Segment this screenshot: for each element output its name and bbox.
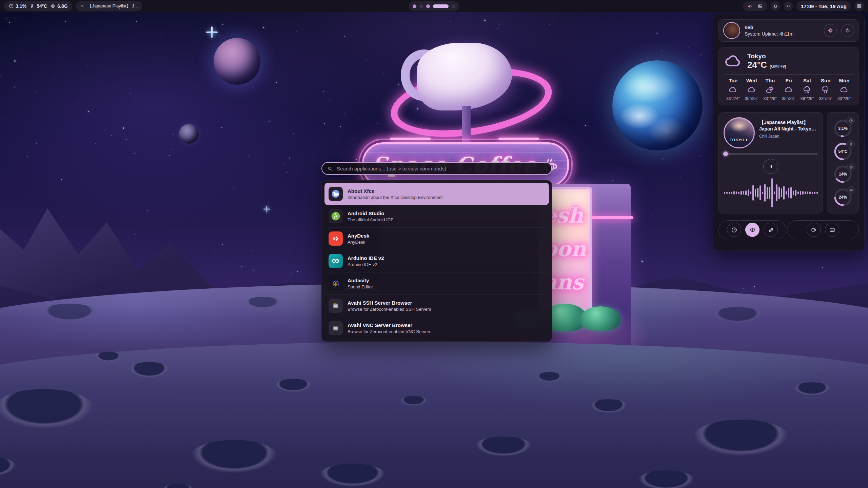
album-art[interactable]: TOKYO L <box>724 117 755 148</box>
search-bar[interactable] <box>321 162 552 175</box>
capture-group <box>787 220 859 239</box>
album-art-text: TOKYO L <box>725 138 754 142</box>
settings-button[interactable] <box>824 24 837 37</box>
app-title: Android Studio <box>348 210 394 216</box>
bell-icon <box>773 3 778 9</box>
player-progress-bar[interactable] <box>724 153 818 155</box>
app-item-android-studio[interactable]: Android Studio The official Android IDE <box>324 205 549 227</box>
speedometer-icon <box>849 119 853 123</box>
notifications-button[interactable] <box>771 1 780 11</box>
performance-mode-button[interactable] <box>727 223 741 237</box>
track-artist: Chill Japan. <box>759 134 818 139</box>
workspace-dot-active[interactable] <box>433 4 449 8</box>
star-sparkle <box>206 26 218 38</box>
system-gauges-card: 3.1% 54°C 14% 24% <box>827 112 859 214</box>
dashboard-panel: seb System Uptime: 4h11m Tokyo 24°C (GMT… <box>713 14 865 251</box>
app-title: Arduino IDE v2 <box>348 255 384 261</box>
crater <box>41 304 98 322</box>
network-port-icon <box>329 299 343 313</box>
now-playing-pill[interactable]: 【Japanese Playlist】 J... <box>76 1 142 11</box>
workspace-dot-occupied[interactable] <box>426 4 430 8</box>
system-uptime: System Uptime: 4h11m <box>745 31 820 37</box>
crater <box>95 352 122 362</box>
app-description: Browse for Zeroconf-enabled VNC Servers <box>348 329 431 334</box>
crater <box>163 484 193 488</box>
pause-icon <box>80 4 85 8</box>
speedometer-icon <box>8 3 14 9</box>
disk-icon <box>849 188 853 192</box>
user-name: seb <box>745 24 820 30</box>
app-list: About Xfce Information about the Xfce De… <box>321 180 552 342</box>
workspace-pill[interactable] <box>409 1 459 11</box>
app-title: About Xfce <box>348 188 442 194</box>
volume-button[interactable] <box>784 1 793 11</box>
workspace-dot-empty[interactable] <box>452 4 455 8</box>
weather-city: Tokyo <box>747 53 786 60</box>
system-tray[interactable] <box>743 1 767 11</box>
overview-button[interactable] <box>854 1 864 11</box>
track-title: 【Japanese Playlist】 Japan All Night - To… <box>759 119 818 132</box>
lunar-ground-front <box>0 342 868 488</box>
avatar[interactable] <box>723 22 740 39</box>
tray-wallpaper-icon[interactable] <box>757 3 763 9</box>
player-progress-thumb[interactable] <box>723 151 728 156</box>
desktop: Space Coffee esh oon ans 3.1% <box>0 0 868 488</box>
network-port-icon <box>329 321 343 335</box>
xfce-mouse-icon <box>329 187 343 201</box>
forecast-day: Sat 36°/26° <box>798 78 816 101</box>
app-item-avahi-ssh[interactable]: Avahi SSH Server Browser Browse for Zero… <box>324 294 549 317</box>
screenshot-button[interactable] <box>825 223 839 237</box>
pause-button[interactable] <box>763 159 778 174</box>
crater <box>712 307 763 323</box>
app-item-anydesk[interactable]: AnyDesk AnyDesk <box>324 227 549 250</box>
crater <box>692 420 790 457</box>
forecast-day: Fri 35°/26° <box>780 78 797 101</box>
screen-icon <box>829 227 835 233</box>
clock-pill[interactable]: 17:09 - Tue, 19 Aug <box>796 1 851 11</box>
app-item-avahi-vnc[interactable]: Avahi VNC Server Browser Browse for Zero… <box>324 317 549 339</box>
speedometer-icon <box>731 227 737 233</box>
search-icon <box>327 166 333 171</box>
weather-temp: 24°C <box>747 60 767 70</box>
power-button[interactable] <box>841 24 854 37</box>
crater <box>793 382 831 396</box>
app-item-audacity[interactable]: Audacity Sound Editor <box>324 272 549 294</box>
app-item-about-xfce[interactable]: About Xfce Information about the Xfce De… <box>324 183 549 205</box>
app-item-arduino-ide[interactable]: Arduino IDE v2 Arduino IDE v2 <box>324 250 549 272</box>
app-title: Avahi VNC Server Browser <box>348 322 431 328</box>
crater <box>475 436 532 457</box>
crater <box>319 464 387 487</box>
workspace-dot-occupied[interactable] <box>413 4 416 8</box>
arduino-icon <box>329 254 343 268</box>
thermometer-icon <box>29 3 35 9</box>
balanced-mode-button[interactable] <box>745 223 760 237</box>
power-icon <box>845 27 851 34</box>
media-player-card: TOKYO L 【Japanese Playlist】 Japan All Ni… <box>718 112 823 214</box>
crater <box>190 440 278 474</box>
power-saver-mode-button[interactable] <box>764 223 778 237</box>
app-description: Sound Editor <box>348 284 373 289</box>
disk-gauge: 24% <box>833 187 853 207</box>
search-input[interactable] <box>336 165 546 172</box>
purple-planet <box>214 38 260 85</box>
screen-record-button[interactable] <box>807 223 821 237</box>
crater <box>0 389 95 430</box>
system-stats-pill[interactable]: 3.1% 54°C 6.8G <box>4 1 72 11</box>
crater <box>536 372 563 382</box>
speaker-icon <box>786 3 791 9</box>
divider <box>724 74 853 75</box>
gear-icon <box>827 27 833 34</box>
crater <box>400 396 427 406</box>
forecast-row: Tue 33°/24° Wed 35°/25° Thu 33°/26° Fri <box>724 78 853 101</box>
weather-timezone: (GMT+9) <box>770 64 786 69</box>
android-studio-icon <box>329 209 343 223</box>
cpu-usage-stat: 3.1% <box>8 3 26 9</box>
scales-icon <box>749 227 756 233</box>
tray-claw-icon[interactable] <box>747 3 753 9</box>
forecast-day: Tue 33°/24° <box>724 78 742 101</box>
memory-stat: 6.8G <box>50 3 67 9</box>
audacity-icon <box>329 276 343 290</box>
user-card: seb System Uptime: 4h11m <box>718 19 859 42</box>
forecast-day: Thu 33°/26° <box>761 78 779 101</box>
workspace-dot-empty[interactable] <box>419 4 423 8</box>
